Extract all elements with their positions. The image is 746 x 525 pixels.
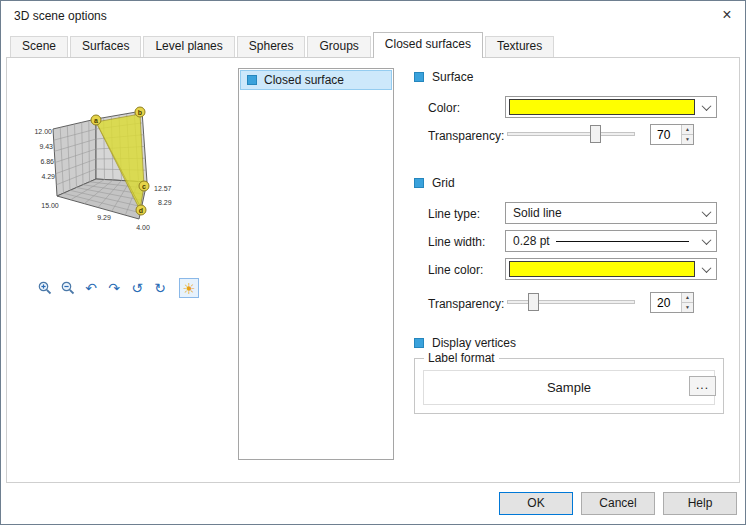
- list-item-checkbox-icon: [247, 75, 257, 85]
- label-format-more-button[interactable]: ...: [689, 376, 716, 396]
- titlebar: 3D scene options ×: [1, 1, 745, 31]
- vertex-label-a: a: [94, 117, 98, 124]
- vertex-label-c: c: [142, 183, 146, 190]
- 3d-scene-options-dialog: 3D scene options × Scene Surfaces Level …: [0, 0, 746, 525]
- line-color-select[interactable]: [505, 258, 717, 280]
- grid-checkbox[interactable]: [414, 178, 424, 188]
- close-button[interactable]: ×: [709, 1, 745, 31]
- y-tick: 4.29: [41, 173, 55, 180]
- surface-transparency-label: Transparency:: [428, 129, 504, 143]
- spin-up-icon[interactable]: ▲: [682, 125, 693, 134]
- tab-scene[interactable]: Scene: [10, 36, 68, 57]
- ok-button[interactable]: OK: [499, 492, 573, 515]
- surface-checkbox[interactable]: [414, 72, 424, 82]
- lighting-icon[interactable]: ☀: [179, 278, 199, 298]
- line-type-select[interactable]: Solid line: [505, 202, 717, 224]
- tab-textures[interactable]: Textures: [485, 36, 554, 57]
- display-vertices-label: Display vertices: [432, 336, 516, 350]
- grid-transparency-spinner[interactable]: ▲ ▼: [650, 292, 694, 313]
- line-color-label: Line color:: [428, 263, 483, 277]
- preview-toolbar: ↶ ↷ ↺ ↻ ☀: [35, 278, 199, 298]
- display-vertices-row: Display vertices: [414, 336, 516, 350]
- chevron-down-icon: [697, 203, 716, 223]
- line-type-value: Solid line: [506, 206, 697, 220]
- grid-section-label: Grid: [432, 176, 455, 190]
- spin-down-icon[interactable]: ▼: [682, 302, 693, 312]
- x-tick: 15.00: [41, 202, 59, 209]
- zoom-in-icon[interactable]: [35, 278, 55, 298]
- 3d-preview-viewport[interactable]: 12.00 9.43 6.86 4.29 15.00 9.29 4.00 12.…: [19, 74, 234, 244]
- tab-bar: Scene Surfaces Level planes Spheres Grou…: [10, 32, 556, 58]
- content-panel: 12.00 9.43 6.86 4.29 15.00 9.29 4.00 12.…: [6, 57, 740, 483]
- x-tick: 9.29: [97, 214, 111, 221]
- tab-groups[interactable]: Groups: [307, 36, 370, 57]
- line-color-swatch: [509, 261, 695, 277]
- tab-surfaces[interactable]: Surfaces: [70, 36, 141, 57]
- spin-up-icon[interactable]: ▲: [682, 293, 693, 302]
- y-tick: 9.43: [39, 143, 53, 150]
- grid-transparency-label: Transparency:: [428, 297, 504, 311]
- sample-text: Sample: [547, 380, 591, 395]
- surface-section-label: Surface: [432, 70, 473, 84]
- chevron-down-icon: [697, 97, 716, 117]
- rotate-right-icon[interactable]: ↷: [104, 278, 124, 298]
- label-format-group: Label format Sample ...: [414, 358, 724, 414]
- label-format-legend: Label format: [424, 351, 499, 365]
- help-button[interactable]: Help: [663, 492, 737, 515]
- slider-thumb[interactable]: [590, 125, 601, 143]
- tab-spheres[interactable]: Spheres: [237, 36, 306, 57]
- surface-transparency-slider[interactable]: [505, 124, 637, 144]
- tab-level-planes[interactable]: Level planes: [143, 36, 234, 57]
- slider-track: [507, 132, 635, 136]
- y-tick: 12.00: [34, 128, 52, 135]
- chevron-down-icon: [697, 231, 716, 251]
- vertex-label-b: b: [138, 109, 142, 116]
- vertex-label-d: d: [139, 207, 143, 214]
- cancel-button[interactable]: Cancel: [581, 492, 655, 515]
- z-tick: 8.29: [158, 199, 172, 206]
- z-tick: 12.57: [154, 185, 172, 192]
- line-type-label: Line type:: [428, 207, 480, 221]
- x-tick: 4.00: [136, 224, 150, 231]
- line-width-sample: [556, 241, 689, 242]
- grid-section-header: Grid: [414, 176, 455, 190]
- zoom-out-icon[interactable]: [58, 278, 78, 298]
- label-format-preview: Sample: [423, 370, 715, 405]
- slider-track: [507, 300, 635, 304]
- surface-color-label: Color:: [428, 101, 460, 115]
- display-vertices-checkbox[interactable]: [414, 338, 424, 348]
- surface-color-swatch: [509, 99, 695, 115]
- grid-transparency-slider[interactable]: [505, 292, 637, 312]
- line-width-label: Line width:: [428, 235, 485, 249]
- close-icon: ×: [722, 6, 731, 23]
- tab-closed-surfaces[interactable]: Closed surfaces: [373, 32, 483, 58]
- closed-surfaces-list[interactable]: Closed surface: [238, 68, 394, 460]
- window-title: 3D scene options: [14, 9, 107, 23]
- spin-right-icon[interactable]: ↻: [150, 278, 170, 298]
- rotate-left-icon[interactable]: ↶: [81, 278, 101, 298]
- slider-thumb[interactable]: [528, 293, 539, 311]
- surface-transparency-spinner[interactable]: ▲ ▼: [650, 124, 694, 145]
- grid-transparency-input[interactable]: [651, 293, 681, 312]
- y-tick: 6.86: [40, 158, 54, 165]
- surface-section-header: Surface: [414, 70, 473, 84]
- spin-down-icon[interactable]: ▼: [682, 134, 693, 144]
- list-item-label: Closed surface: [264, 73, 344, 87]
- dialog-footer: OK Cancel Help: [499, 492, 737, 515]
- list-item-closed-surface[interactable]: Closed surface: [240, 70, 392, 90]
- line-width-value: 0.28 pt: [506, 234, 550, 248]
- spin-left-icon[interactable]: ↺: [127, 278, 147, 298]
- line-width-select[interactable]: 0.28 pt: [505, 230, 717, 252]
- surface-color-select[interactable]: [505, 96, 717, 118]
- surface-transparency-input[interactable]: [651, 125, 681, 144]
- chevron-down-icon: [697, 259, 716, 279]
